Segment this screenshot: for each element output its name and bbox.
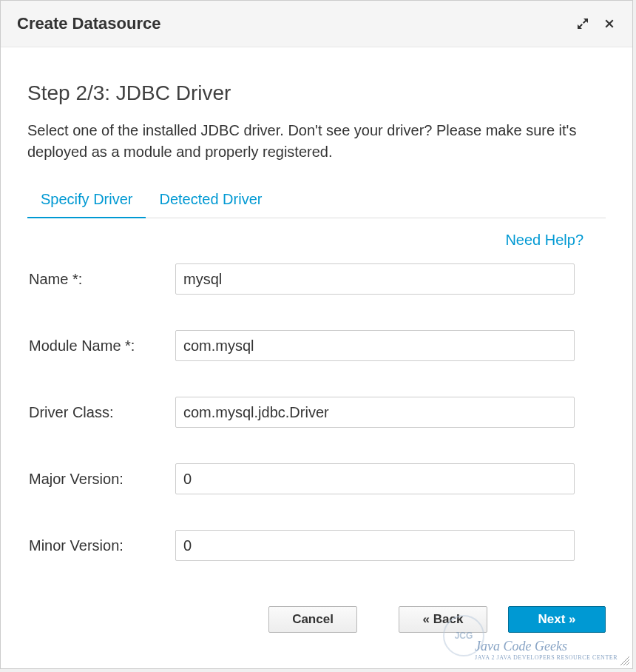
button-bar: Cancel « Back Next » [268,606,606,633]
resize-handle-icon[interactable] [619,655,631,667]
step-description: Select one of the installed JDBC driver.… [27,120,606,163]
expand-icon[interactable] [576,17,589,30]
module-name-label: Module Name *: [27,337,175,355]
need-help-link[interactable]: Need Help? [505,232,583,248]
driver-class-input[interactable] [175,397,575,428]
form-row-name: Name *: [27,263,606,295]
watermark: Java Code Geeks JAVA 2 JAVA DEVELOPERS R… [475,639,618,661]
next-button[interactable]: Next » [508,606,606,633]
tabs: Specify Driver Detected Driver [27,184,606,218]
watermark-main: Java Code Geeks [475,639,567,653]
create-datasource-dialog: Create Datasource Step 2/3: JDBC Driver … [0,0,633,669]
minor-version-label: Minor Version: [27,537,175,554]
driver-class-label: Driver Class: [27,404,175,421]
major-version-input[interactable] [175,463,575,494]
close-icon[interactable] [603,17,616,30]
step-title: Step 2/3: JDBC Driver [27,81,606,105]
watermark-sub: JAVA 2 JAVA DEVELOPERS RESOURCE CENTER [475,654,618,661]
dialog-titlebar: Create Datasource [1,1,632,47]
title-controls [576,17,616,30]
cancel-button[interactable]: Cancel [268,606,357,633]
dialog-content: Step 2/3: JDBC Driver Select one of the … [1,47,632,561]
tab-specify-driver[interactable]: Specify Driver [27,184,146,218]
form-row-module: Module Name *: [27,330,606,361]
form-row-driver: Driver Class: [27,397,606,428]
back-button[interactable]: « Back [399,606,487,633]
module-name-input[interactable] [175,330,575,361]
form-row-major: Major Version: [27,463,606,494]
name-label: Name *: [27,271,175,288]
tab-detected-driver[interactable]: Detected Driver [146,184,275,218]
form-row-minor: Minor Version: [27,530,606,561]
minor-version-input[interactable] [175,530,575,561]
name-input[interactable] [175,263,575,295]
dialog-title: Create Datasource [17,14,160,33]
nav-button-group: « Back Next » [399,606,606,633]
help-link-row: Need Help? [27,232,606,249]
major-version-label: Major Version: [27,471,175,488]
